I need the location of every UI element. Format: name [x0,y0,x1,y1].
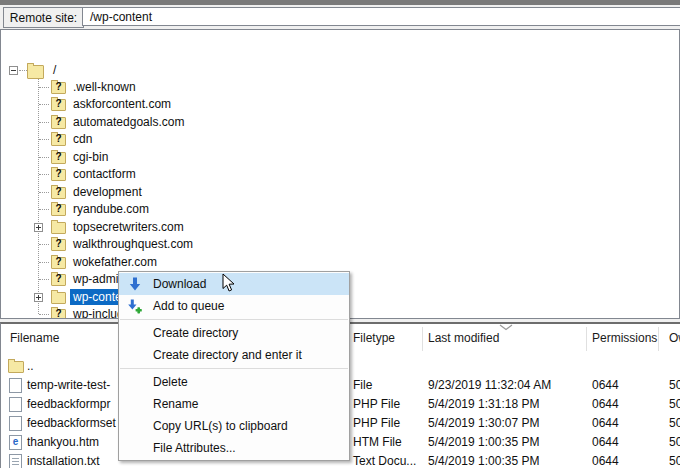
tree-item-label: ryandube.com [70,201,152,217]
no-icon [126,374,143,390]
file-name: .. [27,359,34,373]
tree-item-label: walkthroughquest.com [70,236,196,252]
file-name: thankyou.htm [27,435,99,449]
menu-item-create-directory-enter[interactable]: Create directory and enter it [119,344,349,366]
collapse-minus-icon[interactable] [9,66,18,75]
no-icon [126,440,143,456]
unknown-folder-icon: ? [51,274,66,286]
remote-path-combobox[interactable]: /wp-content [82,7,680,26]
menu-item-create-directory[interactable]: Create directory [119,322,349,344]
file-name: temp-write-test- [27,378,110,392]
column-header-filename[interactable]: Filename [10,331,59,345]
column-divider[interactable] [586,327,587,351]
tree-item-label: / [50,62,59,78]
tree-connector [39,139,49,140]
generic-file-icon [9,378,22,393]
menu-item-label: File Attributes... [153,441,236,455]
unknown-folder-icon: ? [51,99,66,111]
tree-connector [39,279,49,280]
unknown-folder-icon: ? [51,187,66,199]
file-owner: 50 [669,397,680,411]
remote-site-label: Remote site: [3,7,84,28]
menu-item-label: Download [153,277,206,291]
tree-item-label: topsecretwriters.com [70,219,187,235]
tree-item-label: askforcontent.com [70,96,174,112]
file-permissions: 0644 [592,416,619,430]
column-header-last-modified[interactable]: Last modified [428,331,499,345]
unknown-folder-icon: ? [51,117,66,129]
tree-connector [39,262,49,263]
tree-item[interactable]: ? automatedgoals.com [1,114,679,131]
tree-item-root[interactable]: / [1,62,679,79]
pane-splitter[interactable] [0,0,680,5]
remote-site-label-text: Remote site: [10,11,77,25]
column-header-filetype[interactable]: Filetype [353,331,395,345]
tree-item-label: contactform [70,166,139,182]
tree-connector [39,174,49,175]
sort-chevron-icon [499,324,513,331]
menu-item-add-to-queue[interactable]: Add to queue [119,295,349,317]
menu-item-rename[interactable]: Rename [119,393,349,415]
file-modified: 5/4/2019 1:00:35 PM [428,454,539,468]
menu-item-label: Create directory and enter it [153,348,302,362]
tree-item[interactable]: ? contactform [1,166,679,183]
expand-plus-icon[interactable] [34,223,43,232]
tree-item[interactable]: ? cdn [1,131,679,148]
tree-item[interactable]: ? ryandube.com [1,201,679,218]
download-icon [126,276,143,292]
no-icon [126,325,143,341]
tree-item[interactable]: ? cgi-bin [1,149,679,166]
column-divider[interactable] [422,327,423,351]
menu-separator [120,368,348,369]
column-header-permissions[interactable]: Permissions [592,331,657,345]
folder-icon [51,222,66,234]
unknown-folder-icon: ? [51,152,66,164]
folder-icon [8,361,24,373]
file-type: PHP File [353,416,400,430]
tree-item[interactable]: topsecretwriters.com [1,219,679,236]
mouse-cursor [222,273,236,293]
file-owner: 50 [669,378,680,392]
column-header-owner-group[interactable]: Owner/Group [669,331,680,345]
menu-separator [120,319,348,320]
text-file-icon [9,454,22,468]
no-icon [126,396,143,412]
menu-item-label: Rename [153,397,198,411]
file-permissions: 0644 [592,435,619,449]
unknown-folder-icon: ? [51,309,66,319]
tree-item[interactable]: ? askforcontent.com [1,96,679,113]
unknown-folder-icon: ? [51,257,66,269]
tree-connector [39,157,49,158]
file-owner: 50 [669,435,680,449]
column-divider[interactable] [658,327,659,351]
generic-file-icon [9,416,22,431]
menu-item-file-attributes[interactable]: File Attributes... [119,437,349,459]
menu-item-delete[interactable]: Delete [119,371,349,393]
unknown-folder-icon: ? [51,134,66,146]
context-menu: Download Add to queue Create directory C… [118,271,350,461]
file-modified: 5/4/2019 1:30:07 PM [428,416,539,430]
tree-item-label: cgi-bin [70,149,111,165]
file-modified: 9/23/2019 11:32:04 AM [428,378,551,392]
tree-connector [39,244,49,245]
menu-item-label: Delete [153,375,188,389]
expand-plus-icon[interactable] [34,293,43,302]
file-name: installation.txt [27,454,100,468]
unknown-folder-icon: ? [51,169,66,181]
tree-item[interactable]: ? development [1,184,679,201]
menu-item-label: Add to queue [153,299,224,313]
file-permissions: 0644 [592,378,619,392]
file-type: PHP File [353,397,400,411]
unknown-folder-icon: ? [51,82,66,94]
no-icon [126,347,143,363]
tree-item[interactable]: ? walkthroughquest.com [1,236,679,253]
no-icon [126,418,143,434]
tree-item[interactable]: ? .well-known [1,79,679,96]
tree-item[interactable]: ? wokefather.com [1,254,679,271]
folder-icon [51,292,66,304]
tree-connector [39,314,49,315]
html-file-icon [9,435,22,450]
menu-item-copy-urls[interactable]: Copy URL(s) to clipboard [119,415,349,437]
tree-item-label: .well-known [70,79,139,95]
file-name: feedbackformpr [27,397,110,411]
